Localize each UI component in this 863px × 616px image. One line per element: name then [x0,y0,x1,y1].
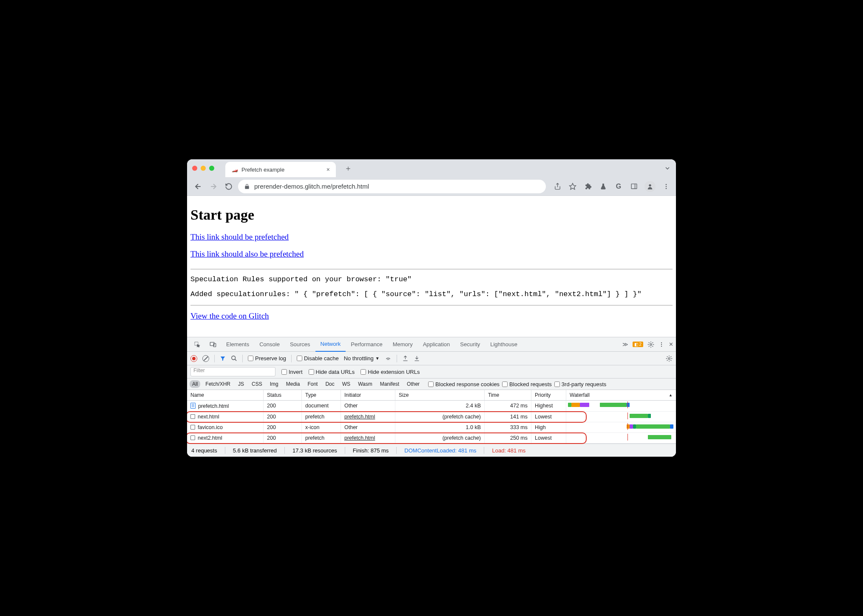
type-filter-media[interactable]: Media [284,380,303,388]
filter-icon[interactable] [220,356,226,362]
type-filter-font[interactable]: Font [305,380,320,388]
column-header-time[interactable]: Time [485,390,531,400]
svg-point-20 [668,358,670,359]
hide-extension-urls-checkbox[interactable]: Hide extension URLs [361,369,420,375]
type-filter-all[interactable]: All [190,380,200,388]
type-filter-ws[interactable]: WS [340,380,353,388]
table-row[interactable]: next2.html200prefetchprefetch.html(prefe… [187,433,676,444]
svg-point-15 [661,344,662,345]
record-button[interactable] [190,355,197,362]
column-header-size[interactable]: Size [395,390,485,400]
network-settings-icon[interactable] [666,355,673,362]
devtools-tab-application[interactable]: Application [418,337,455,352]
favicon-icon: 🏎️ [231,166,238,173]
column-header-status[interactable]: Status [264,390,302,400]
preserve-log-checkbox[interactable]: Preserve log [248,355,286,362]
filter-bar: Filter Invert Hide data URLs Hide extens… [187,365,676,379]
toolbar-icons: G [553,181,671,192]
menu-icon[interactable] [661,182,671,191]
devtools-tab-sources[interactable]: Sources [285,337,315,352]
svg-line-18 [235,359,236,361]
browser-tab[interactable]: 🏎️ Prefetch example × [225,162,336,177]
devtools-tab-security[interactable]: Security [455,337,485,352]
throttling-select[interactable]: No throttling ▼ [344,355,380,362]
reload-button[interactable] [223,181,235,192]
star-icon[interactable] [568,182,577,191]
close-devtools-icon[interactable]: ✕ [669,341,673,348]
clear-button[interactable] [202,355,209,362]
svg-point-9 [666,188,667,189]
table-row[interactable]: next.html200prefetchprefetch.html(prefet… [187,412,676,422]
extensions-icon[interactable] [583,182,593,191]
minimize-window-button[interactable] [201,166,206,171]
tabs-overflow-icon[interactable] [664,165,671,172]
settings-icon[interactable] [647,341,654,348]
sidebar-icon[interactable] [629,182,639,191]
column-header-name[interactable]: Name [187,390,264,400]
profile-avatar[interactable] [644,181,656,192]
blocked-requests-checkbox[interactable]: Blocked requests [502,381,552,387]
type-filter-img[interactable]: Img [267,380,281,388]
new-tab-button[interactable]: ＋ [344,163,352,173]
devtools-tab-lighthouse[interactable]: Lighthouse [485,337,522,352]
g-icon[interactable]: G [614,182,623,191]
rules-output: Added speculationrules: " { "prefetch": … [190,290,673,298]
back-button[interactable] [192,181,204,192]
labs-icon[interactable] [599,182,608,191]
hide-data-urls-checkbox[interactable]: Hide data URLs [309,369,355,375]
load-time: Load: 481 ms [492,447,525,454]
forward-button[interactable] [207,181,219,192]
download-har-icon[interactable] [414,355,420,362]
devtools-tab-console[interactable]: Console [254,337,285,352]
upload-har-icon[interactable] [402,355,409,362]
devtools-tab-memory[interactable]: Memory [388,337,418,352]
network-conditions-icon[interactable] [385,355,392,362]
prefetch-link-1[interactable]: This link should be prefetched [190,232,289,242]
type-filter-fetch-xhr[interactable]: Fetch/XHR [203,380,233,388]
tab-title: Prefetch example [241,167,284,173]
file-icon [190,425,195,430]
column-header-type[interactable]: Type [302,390,341,400]
column-header-initiator[interactable]: Initiator [341,390,395,400]
devtools-tab-network[interactable]: Network [315,337,346,352]
devtools-menu-icon[interactable] [659,342,664,348]
devtools-panel: ElementsConsoleSourcesNetworkPerformance… [187,337,676,457]
table-row[interactable]: prefetch.html200documentOther2.4 kB472 m… [187,401,676,412]
blocked-cookies-checkbox[interactable]: Blocked response cookies [428,381,500,387]
glitch-link[interactable]: View the code on Glitch [190,311,269,321]
search-icon[interactable] [231,355,237,362]
column-header-priority[interactable]: Priority [531,390,566,400]
inspect-icon[interactable] [190,337,205,352]
warning-badge[interactable]: ◧ 2 [633,342,643,347]
device-icon[interactable] [205,337,221,352]
page-content: Start page This link should be prefetche… [187,196,676,337]
invert-checkbox[interactable]: Invert [281,369,303,375]
support-output: Speculation Rules supported on your brow… [190,275,673,283]
maximize-window-button[interactable] [209,166,214,171]
svg-point-8 [666,186,667,187]
close-tab-icon[interactable]: × [326,166,330,173]
network-table: NameStatusTypeInitiatorSizeTimePriorityW… [187,390,676,444]
column-header-waterfall[interactable]: Waterfall▲ [566,390,676,400]
type-filter-manifest[interactable]: Manifest [378,380,402,388]
filter-input[interactable]: Filter [190,367,275,376]
type-filter-doc[interactable]: Doc [323,380,337,388]
type-filter-css[interactable]: CSS [249,380,265,388]
finish-time: Finish: 875 ms [353,447,389,454]
type-filter-js[interactable]: JS [236,380,247,388]
table-row[interactable]: favicon.ico200x-iconOther1.0 kB333 msHig… [187,422,676,433]
url-field[interactable]: prerender-demos.glitch.me/prefetch.html [238,180,546,193]
type-filter-other[interactable]: Other [404,380,422,388]
third-party-checkbox[interactable]: 3rd-party requests [554,381,607,387]
more-tabs-icon[interactable]: ≫ [622,341,628,348]
disable-cache-checkbox[interactable]: Disable cache [297,355,339,362]
prefetch-link-2[interactable]: This link should also be prefetched [190,249,304,259]
close-window-button[interactable] [192,166,197,171]
share-icon[interactable] [553,182,562,191]
page-title: Start page [190,207,673,223]
document-icon [190,403,196,409]
devtools-tab-elements[interactable]: Elements [221,337,254,352]
type-filter-wasm[interactable]: Wasm [355,380,375,388]
svg-point-16 [661,345,662,346]
devtools-tab-performance[interactable]: Performance [346,337,387,352]
